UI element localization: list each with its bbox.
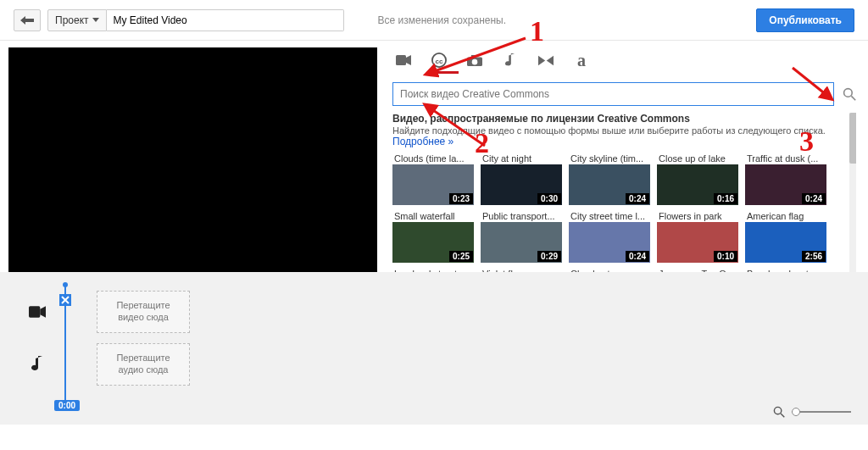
search-input[interactable] — [392, 82, 834, 106]
active-tab-underline — [428, 71, 459, 74]
card-thumbnail: 0:23 — [392, 164, 474, 205]
library-card[interactable]: Small waterfall0:25 — [392, 210, 474, 263]
card-duration: 0:25 — [449, 251, 473, 262]
scrollbar-thumb[interactable] — [849, 113, 856, 164]
library-grid: Clouds (time la...0:23City at night0:30C… — [392, 153, 844, 272]
project-menu-label: Проект — [55, 14, 89, 26]
card-duration: 0:10 — [714, 251, 737, 262]
library-body: Видео, распространяемые по лицензии Crea… — [392, 113, 856, 272]
library-card[interactable]: City skyline (tim...0:24 — [569, 153, 650, 205]
svg-point-9 — [774, 407, 781, 414]
tab-text[interactable]: a — [574, 53, 589, 68]
caret-down-icon — [92, 18, 99, 22]
card-duration: 0:29 — [537, 251, 561, 262]
timeline: 0:00 Перетащите видео сюда Перетащите ау… — [0, 272, 868, 425]
audio-drop-zone[interactable]: Перетащите аудио сюда — [97, 343, 190, 386]
library-header: Видео, распространяемые по лицензии Crea… — [392, 113, 844, 125]
publish-button[interactable]: Опубликовать — [756, 8, 854, 32]
library-card[interactable]: Traffic at dusk (...0:24 — [745, 153, 826, 205]
video-track: Перетащите видео сюда — [29, 291, 854, 333]
back-button[interactable] — [14, 9, 41, 31]
svg-point-5 — [472, 58, 478, 64]
library-card[interactable]: American flag2:56 — [745, 210, 826, 263]
card-thumbnail: 0:24 — [569, 164, 650, 205]
svg-rect-0 — [396, 55, 406, 65]
playhead-axis[interactable]: 0:00 — [59, 286, 71, 406]
tab-music[interactable] — [503, 53, 518, 68]
svg-line-7 — [851, 96, 855, 100]
video-drop-zone[interactable]: Перетащите видео сюда — [97, 291, 190, 333]
card-title: Small waterfall — [392, 210, 474, 222]
scrollbar-track[interactable] — [849, 113, 856, 272]
card-duration: 0:30 — [537, 193, 561, 204]
playhead-time: 0:00 — [54, 400, 80, 411]
svg-text:cc: cc — [436, 58, 443, 65]
card-title: Public transport... — [481, 210, 562, 222]
library-card[interactable]: City street time l...0:24 — [569, 210, 650, 263]
card-thumbnail: 0:24 — [569, 222, 650, 263]
tab-photo[interactable] — [467, 53, 482, 68]
library-card[interactable]: Clouds (time la...0:23 — [392, 153, 474, 205]
svg-point-6 — [844, 89, 853, 97]
top-bar: Проект Все изменения сохранены. Опублико… — [0, 0, 868, 41]
card-thumbnail: 0:24 — [745, 164, 826, 205]
card-thumbnail: 2:56 — [745, 222, 826, 263]
library-subtext: Найдите подходящие видео с помощью формы… — [392, 125, 844, 136]
playhead-handle[interactable] — [59, 294, 71, 306]
card-title: Clouds (time la... — [392, 153, 474, 164]
middle-section: cc a Видео, распространяемые по лицензии… — [0, 41, 868, 272]
card-title: City skyline (tim... — [569, 153, 650, 164]
card-duration: 0:24 — [802, 193, 826, 204]
svg-rect-8 — [29, 306, 40, 317]
search-icon[interactable] — [843, 87, 856, 101]
zoom-icon — [773, 406, 785, 418]
zoom-control[interactable] — [773, 406, 851, 418]
card-duration: 0:23 — [449, 193, 473, 204]
library-more-link[interactable]: Подробнее » — [392, 136, 453, 147]
tab-cc[interactable]: cc — [431, 53, 447, 68]
library-card[interactable]: Flowers in park0:10 — [657, 210, 738, 263]
library-card[interactable]: City at night0:30 — [481, 153, 562, 205]
card-duration: 0:24 — [626, 193, 649, 204]
card-title: City street time l... — [569, 210, 650, 222]
project-menu-button[interactable]: Проект — [47, 9, 107, 31]
tab-transitions[interactable] — [538, 53, 554, 68]
card-title: Flowers in park — [657, 210, 738, 222]
tab-camera[interactable] — [396, 53, 411, 68]
card-duration: 0:16 — [714, 193, 737, 204]
zoom-slider-track[interactable] — [792, 411, 851, 413]
svg-rect-4 — [471, 54, 476, 57]
video-track-icon — [29, 303, 46, 320]
card-title: City at night — [481, 153, 562, 164]
card-title: American flag — [745, 210, 826, 222]
save-status-text: Все изменения сохранены. — [378, 14, 507, 26]
card-thumbnail: 0:25 — [392, 222, 474, 263]
library-card[interactable]: Public transport...0:29 — [481, 210, 562, 263]
card-thumbnail: 0:16 — [657, 164, 738, 205]
project-title-input[interactable] — [107, 9, 344, 31]
library-card[interactable]: Close up of lake0:16 — [657, 153, 738, 205]
card-title: Traffic at dusk (... — [745, 153, 826, 164]
card-duration: 0:24 — [626, 251, 649, 262]
zoom-slider-knob[interactable] — [792, 408, 800, 416]
card-thumbnail: 0:10 — [657, 222, 738, 263]
card-thumbnail: 0:29 — [481, 222, 562, 263]
audio-track-icon — [29, 356, 46, 373]
library-panel: cc a Видео, распространяемые по лицензии… — [377, 41, 868, 272]
video-preview[interactable] — [8, 47, 377, 272]
svg-line-10 — [781, 414, 784, 417]
card-title: Close up of lake — [657, 153, 738, 164]
card-thumbnail: 0:30 — [481, 164, 562, 205]
card-duration: 2:56 — [802, 251, 826, 262]
audio-track: Перетащите аудио сюда — [29, 343, 854, 386]
library-tabs: cc a — [392, 47, 856, 73]
